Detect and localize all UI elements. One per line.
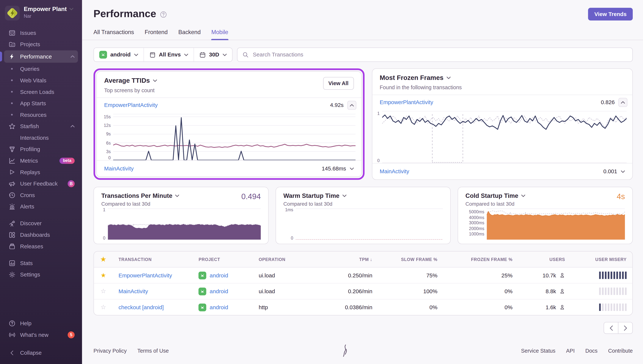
page-footer: Privacy Policy Terms of Use Service Stat… — [93, 344, 633, 357]
pagination — [82, 322, 633, 334]
search-input[interactable] — [252, 51, 627, 58]
project-link[interactable]: android — [210, 288, 228, 294]
star-toggle[interactable]: ★ — [94, 268, 113, 283]
column-header-frozen-frame[interactable]: FROZEN FRAME % — [443, 253, 518, 266]
chevron-down-icon[interactable] — [342, 194, 346, 197]
star-toggle[interactable]: ☆ — [94, 299, 113, 315]
column-header-user-misery[interactable]: USER MISERY — [571, 253, 632, 266]
warm-startup-chart: 1ms0 — [283, 208, 443, 240]
privacy-policy-link[interactable]: Privacy Policy — [93, 348, 127, 354]
tab-backend[interactable]: Backend — [178, 29, 201, 40]
android-icon — [199, 303, 206, 311]
project-cell: android — [193, 299, 253, 315]
service-status-link[interactable]: Service Status — [521, 348, 555, 354]
collapse-row-button[interactable] — [347, 100, 356, 110]
environment-filter-label: All Envs — [159, 52, 181, 58]
issues-icon — [8, 29, 16, 36]
stats-icon — [8, 260, 16, 266]
sidebar-item-stats[interactable]: Stats — [4, 257, 78, 269]
starfish-icon — [8, 123, 16, 130]
sidebar-item-alerts[interactable]: Alerts — [4, 201, 78, 212]
column-header-project[interactable]: PROJECT — [193, 253, 253, 266]
org-switcher[interactable]: Empower Plant Nar — [4, 5, 78, 27]
sidebar-item-dashboards[interactable]: Dashboards — [4, 229, 78, 240]
sidebar-item-label: Profiling — [20, 146, 40, 152]
sidebar-item-resources[interactable]: Resources — [4, 109, 78, 120]
sidebar-item-profiling[interactable]: Profiling — [4, 144, 78, 155]
android-icon — [99, 51, 107, 59]
warm-startup-widget: Warm Startup Time Compared to last 30d 1… — [276, 187, 451, 244]
chevron-down-icon[interactable] — [521, 194, 525, 197]
star-toggle[interactable]: ☆ — [94, 284, 113, 299]
sidebar-item-help[interactable]: Help — [4, 318, 78, 329]
tab-frontend[interactable]: Frontend — [145, 29, 168, 40]
transaction-link[interactable]: checkout [android] — [119, 304, 164, 310]
api-link[interactable]: API — [566, 348, 575, 354]
tpm-title: Transactions Per Minute — [101, 192, 172, 199]
contribute-link[interactable]: Contribute — [608, 348, 633, 354]
chevron-down-icon[interactable] — [153, 80, 157, 82]
sidebar-item-settings[interactable]: Settings — [4, 269, 78, 280]
transaction-link[interactable]: MainActivity — [104, 166, 134, 172]
sidebar-item-starfish[interactable]: Starfish — [4, 120, 78, 132]
sidebar-item-label: Resources — [20, 112, 47, 118]
environment-filter[interactable]: All Envs — [144, 48, 194, 62]
sidebar-item-performance[interactable]: Performance — [4, 50, 78, 62]
sidebar-item-label: Web Vitals — [20, 77, 47, 84]
column-header-operation[interactable]: OPERATION — [253, 253, 320, 266]
sidebar-item-label: App Starts — [20, 100, 46, 106]
sidebar-item-label: Stats — [20, 260, 33, 266]
sidebar-item-crons[interactable]: Crons — [4, 189, 78, 201]
android-icon — [199, 272, 206, 279]
project-link[interactable]: android — [210, 272, 228, 278]
next-page-button[interactable] — [618, 322, 633, 334]
tpm-cell: 0.250/min — [320, 268, 378, 283]
sidebar-item-discover[interactable]: Discover — [4, 218, 78, 229]
sidebar-item-app-starts[interactable]: App Starts — [4, 98, 78, 109]
sidebar-item-queries[interactable]: Queries — [4, 63, 78, 75]
search-icon — [242, 52, 248, 58]
project-link[interactable]: android — [210, 304, 228, 310]
column-header-users[interactable]: USERS — [518, 253, 571, 266]
org-logo — [5, 6, 20, 20]
transaction-link[interactable]: MainActivity — [119, 288, 148, 294]
frozen-frame-cell: 0% — [443, 284, 518, 299]
docs-link[interactable]: Docs — [585, 348, 597, 354]
date-range-filter[interactable]: 30D — [194, 48, 232, 62]
column-header-tpm[interactable]: TPM↓ — [320, 253, 378, 266]
star-column-header[interactable]: ★ — [94, 252, 113, 267]
transaction-link[interactable]: EmpowerPlantActivity — [104, 102, 158, 108]
view-all-button[interactable]: View All — [323, 77, 354, 90]
sidebar-item-issues[interactable]: Issues — [4, 27, 78, 38]
help-icon[interactable] — [160, 11, 167, 18]
tab-all-transactions[interactable]: All Transactions — [93, 29, 134, 40]
chevron-down-icon[interactable] — [447, 76, 451, 79]
transaction-link[interactable]: MainActivity — [380, 168, 409, 174]
org-name: Empower Plant — [24, 6, 67, 12]
y-axis-tick: 0 — [291, 236, 293, 240]
chevron-down-icon[interactable] — [175, 194, 179, 197]
sidebar-item-web-vitals[interactable]: Web Vitals — [4, 74, 78, 86]
sidebar-item-collapse[interactable]: Collapse — [4, 347, 78, 358]
transaction-link[interactable]: EmpowerPlantActivity — [119, 272, 172, 278]
sidebar-item-metrics[interactable]: Metricsbeta — [4, 155, 78, 166]
terms-of-use-link[interactable]: Terms of Use — [137, 348, 169, 354]
sidebar-item-replays[interactable]: Replays — [4, 166, 78, 178]
sidebar-item-screen-loads[interactable]: Screen Loads — [4, 86, 78, 98]
expand-row-button[interactable] — [621, 170, 627, 173]
column-header-slow-frame[interactable]: SLOW FRAME % — [378, 253, 443, 266]
sidebar-item-releases[interactable]: Releases — [4, 240, 78, 252]
tab-mobile[interactable]: Mobile — [211, 29, 228, 40]
sidebar-item-interactions[interactable]: Interactions — [4, 132, 78, 144]
sidebar-item-user-feedback[interactable]: User FeedbackB — [4, 178, 78, 189]
column-header-transaction[interactable]: TRANSACTION — [113, 253, 193, 266]
previous-page-button[interactable] — [604, 322, 618, 334]
expand-row-button[interactable] — [350, 167, 356, 170]
view-trends-button[interactable]: View Trends — [588, 8, 633, 20]
sidebar-item-projects[interactable]: Projects — [4, 38, 78, 50]
transaction-link[interactable]: EmpowerPlantActivity — [380, 99, 433, 105]
sidebar-item-whats-new[interactable]: What's new5 — [4, 329, 78, 340]
sidebar-section: DiscoverDashboardsReleases — [4, 218, 78, 252]
project-filter[interactable]: android — [94, 48, 144, 62]
collapse-row-button[interactable] — [618, 98, 627, 106]
